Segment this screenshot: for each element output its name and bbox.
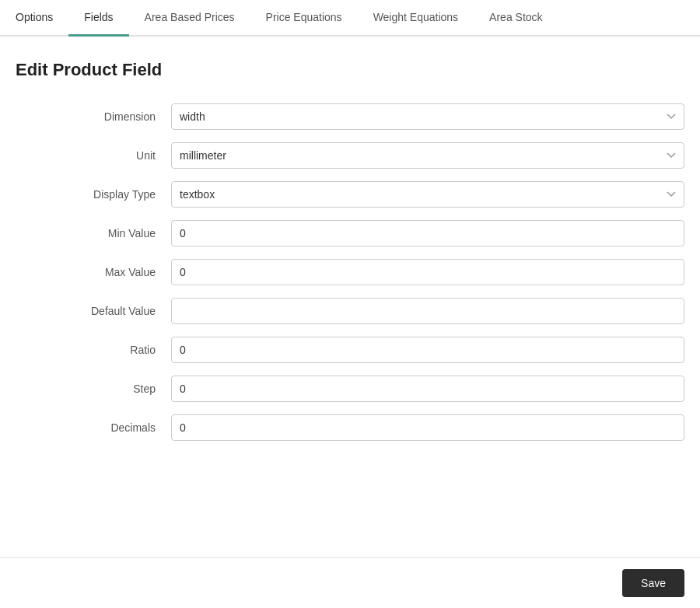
- ratio-label: Ratio: [16, 344, 171, 356]
- step-label: Step: [16, 383, 171, 395]
- dimension-label: Dimension: [16, 110, 171, 123]
- default-value-row: Default Value: [16, 298, 684, 324]
- tab-weight-equations[interactable]: Weight Equations: [358, 0, 474, 37]
- unit-select[interactable]: millimeter centimeter inch foot: [171, 142, 684, 169]
- ratio-row: Ratio: [16, 337, 684, 363]
- max-value-label: Max Value: [16, 266, 171, 278]
- default-value-label: Default Value: [16, 305, 171, 317]
- tab-area-based-prices[interactable]: Area Based Prices: [129, 0, 250, 37]
- dimension-row: Dimension width height length area: [16, 103, 684, 130]
- min-value-row: Min Value: [16, 220, 684, 246]
- tab-price-equations[interactable]: Price Equations: [250, 0, 358, 37]
- max-value-row: Max Value: [16, 259, 684, 285]
- max-value-input[interactable]: [171, 259, 684, 285]
- save-button[interactable]: Save: [622, 569, 684, 597]
- display-type-row: Display Type textbox dropdown slider: [16, 181, 684, 208]
- default-value-input[interactable]: [171, 298, 684, 324]
- unit-row: Unit millimeter centimeter inch foot: [16, 142, 684, 169]
- tab-area-stock[interactable]: Area Stock: [474, 0, 558, 37]
- content-area: Edit Product Field Dimension width heigh…: [0, 37, 700, 469]
- footer-bar: Save: [0, 557, 700, 608]
- decimals-input[interactable]: [171, 414, 684, 441]
- main-wrapper: Options Fields Area Based Prices Price E…: [0, 0, 700, 523]
- step-row: Step: [16, 376, 684, 402]
- min-value-input[interactable]: [171, 220, 684, 246]
- decimals-label: Decimals: [16, 421, 171, 434]
- form-container: Dimension width height length area Unit …: [16, 103, 684, 441]
- dimension-select[interactable]: width height length area: [171, 103, 684, 130]
- unit-label: Unit: [16, 149, 171, 162]
- min-value-label: Min Value: [16, 227, 171, 239]
- display-type-select[interactable]: textbox dropdown slider: [171, 181, 684, 208]
- tabs-bar: Options Fields Area Based Prices Price E…: [0, 0, 700, 37]
- display-type-label: Display Type: [16, 188, 171, 201]
- tab-options[interactable]: Options: [0, 0, 68, 37]
- page-title: Edit Product Field: [16, 60, 684, 80]
- decimals-row: Decimals: [16, 414, 684, 441]
- tab-fields[interactable]: Fields: [68, 0, 128, 37]
- ratio-input[interactable]: [171, 337, 684, 363]
- step-input[interactable]: [171, 376, 684, 402]
